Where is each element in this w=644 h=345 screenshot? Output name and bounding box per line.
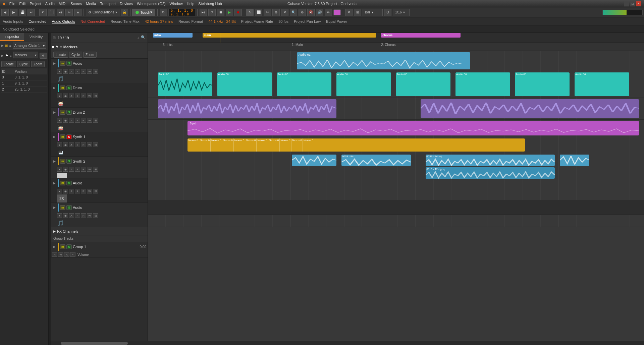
clip-drum-6[interactable]: Audio 06 xyxy=(515,72,570,96)
menu-audio[interactable]: Audio xyxy=(45,2,55,6)
track-expand-audiofx[interactable]: ▶ xyxy=(52,181,57,185)
r-drum2-button[interactable]: R xyxy=(81,118,86,123)
go-to-start-button[interactable]: ⏮ xyxy=(200,9,207,16)
menu-help[interactable]: Help xyxy=(187,2,195,6)
close-button[interactable]: ✕ xyxy=(636,1,641,6)
clip-fx-1[interactable]: 6039 - 84- xyxy=(341,155,411,166)
rec-audio1-button[interactable]: ● xyxy=(57,69,62,74)
tab-visibility[interactable]: Visibility xyxy=(24,33,48,41)
cycle-btn2[interactable]: Cycle xyxy=(69,52,82,58)
search-tracks-button[interactable]: 🔍 xyxy=(141,35,146,41)
markers-collapse-icon[interactable]: ▶ xyxy=(1,54,4,57)
fx-audiofx-button[interactable]: ⊞ xyxy=(93,189,98,193)
track-header-drum[interactable]: ▶ m S Drum xyxy=(51,83,148,93)
track-expand-group1[interactable]: ▶ xyxy=(52,245,57,248)
menu-edit[interactable]: Edit xyxy=(19,2,26,6)
markers-dropdown[interactable]: Markers ▾ xyxy=(13,52,38,58)
auto-audiofx-button[interactable]: A xyxy=(69,189,74,193)
zoom-out-button[interactable]: ⊖ xyxy=(299,9,306,16)
clip-fx-3[interactable] xyxy=(560,155,590,166)
punch-in-button[interactable]: ⏮ xyxy=(57,9,64,16)
w-synth2-button[interactable]: W xyxy=(87,167,92,172)
collapse-fx-icon[interactable]: ▶ xyxy=(53,230,56,233)
rec-drum-button[interactable]: ● xyxy=(57,94,62,98)
clip-drum-2[interactable]: Audio 06 xyxy=(277,72,332,96)
clip-drum-0[interactable]: Audio 06 xyxy=(158,72,213,96)
auto-audio3-button[interactable]: A xyxy=(69,213,74,218)
select-tool-button[interactable]: ↖ xyxy=(246,9,254,16)
configurations-dropdown[interactable]: ⚙ Configurations ▾ xyxy=(86,9,119,16)
track-header-audiofx[interactable]: ▶ m S Audio xyxy=(51,178,148,188)
mute-audio3-button[interactable]: m xyxy=(60,205,65,210)
menu-file[interactable]: File xyxy=(9,2,15,6)
arrange-row-audio1[interactable]: Audio-01 xyxy=(148,51,644,71)
track-header-group1[interactable]: ▶ m S Group 1 0.00 xyxy=(51,242,148,251)
fx-audio1-button[interactable]: ⊞ xyxy=(93,69,98,74)
clip-fx-0[interactable] xyxy=(292,155,336,166)
touch-mode-button[interactable]: Touch ▾ xyxy=(132,9,155,16)
locate-button[interactable]: Locate xyxy=(1,61,16,67)
clip-drum2-1[interactable] xyxy=(421,99,639,118)
snap-button[interactable]: ✕ xyxy=(345,9,353,16)
speaker-icon[interactable]: 🔊 xyxy=(316,9,323,16)
config-extra-button[interactable]: 🔒 xyxy=(121,9,128,16)
project-frame-rate-label[interactable]: Project Frame Rate xyxy=(241,19,273,23)
clip-drum-7[interactable]: Audio 06 xyxy=(575,72,629,96)
monitor-drum-button[interactable]: ◉ xyxy=(63,94,68,98)
solo-synth1-button[interactable]: S xyxy=(66,134,72,139)
w-drum-button[interactable]: W xyxy=(87,94,92,98)
minimize-button[interactable]: ─ xyxy=(624,1,629,6)
rec-drum2-button[interactable]: ● xyxy=(57,118,62,123)
tab-inspector[interactable]: Inspector xyxy=(0,33,24,41)
track-expand-audio3[interactable]: ▶ xyxy=(52,206,57,209)
solo-audio3-button[interactable]: S xyxy=(66,205,72,210)
auto-drum-button[interactable]: A xyxy=(69,94,74,98)
clip-drum-5[interactable]: Audio 06 xyxy=(455,72,510,96)
draw-tool-button[interactable]: ✏ xyxy=(325,9,332,16)
solo-drum2-button[interactable]: S xyxy=(66,110,72,115)
menu-scores[interactable]: Scores xyxy=(70,2,82,6)
solo-audio1-button[interactable]: S xyxy=(66,61,72,66)
zoom-in-button[interactable]: 🔍 xyxy=(290,9,297,16)
lane-drum2-button[interactable]: ≡ xyxy=(75,118,80,123)
w-group1-button[interactable]: W xyxy=(58,252,63,257)
rec-audio3-button[interactable]: ● xyxy=(57,213,62,218)
range-tool-button[interactable]: ⬜ xyxy=(255,9,262,16)
auto-drum2-button[interactable]: A xyxy=(69,118,74,123)
solo-audiofx-button[interactable]: S xyxy=(66,181,72,185)
track-header-synth1[interactable]: ▶ m S Synth 1 xyxy=(51,132,148,141)
auto-synth2-button[interactable]: A xyxy=(69,167,74,172)
solo-group1-button[interactable]: S xyxy=(66,244,72,249)
menu-media[interactable]: Media xyxy=(86,2,96,6)
stop-button[interactable]: ⏹ xyxy=(217,9,224,16)
arrange-row-audio3[interactable] xyxy=(148,180,644,200)
track-expand-drum[interactable]: ▶ xyxy=(52,86,57,90)
horizontal-scrollbar[interactable] xyxy=(51,341,644,345)
lane-drum-button[interactable]: ≡ xyxy=(75,94,80,98)
add-track-button[interactable]: + xyxy=(137,35,140,41)
color-button[interactable] xyxy=(333,9,341,15)
track-expand-synth1[interactable]: ▶ xyxy=(52,135,57,138)
intro-marker[interactable]: intro xyxy=(153,33,193,38)
track-header-drum2[interactable]: ▶ m S Drum 2 xyxy=(51,108,148,117)
tool1-button[interactable]: ⬛ xyxy=(48,9,55,16)
monitor-audio1-button[interactable]: ◉ xyxy=(63,69,68,74)
save-button[interactable]: 💾 xyxy=(19,9,26,16)
rec-synth1-button[interactable]: ● xyxy=(57,142,62,147)
solo-drum-button[interactable]: S xyxy=(66,85,72,90)
rec-synth2-button[interactable]: ● xyxy=(57,167,62,172)
lane-audio3-button[interactable]: ≡ xyxy=(75,213,80,218)
quantize-q-button[interactable]: Q xyxy=(384,9,391,16)
revert-button[interactable]: ↩ xyxy=(28,9,35,16)
r-audio1-button[interactable]: R xyxy=(81,69,86,74)
monitor-synth2-button[interactable]: ◉ xyxy=(63,167,68,172)
arrange-row-synth1[interactable]: Synth xyxy=(148,120,644,137)
r-audio3-button[interactable]: R xyxy=(81,213,86,218)
grid-type-dropdown[interactable]: Bar ▾ xyxy=(363,9,383,16)
clip-synth2-nexus[interactable]: Nexus 0 Nexus 0 Nexus 0 Nexus 0 Nexus 0 … xyxy=(187,138,525,152)
quantize-dropdown[interactable]: 1/16 ▾ xyxy=(393,9,410,16)
scissors-tool-button[interactable]: ✂ xyxy=(264,9,271,16)
record-button[interactable]: ⏺ xyxy=(234,9,242,16)
menu-bar[interactable]: ■ File Edit Project Audio MIDI Scores Me… xyxy=(3,1,222,6)
r-synth1-button[interactable]: R xyxy=(81,142,86,147)
